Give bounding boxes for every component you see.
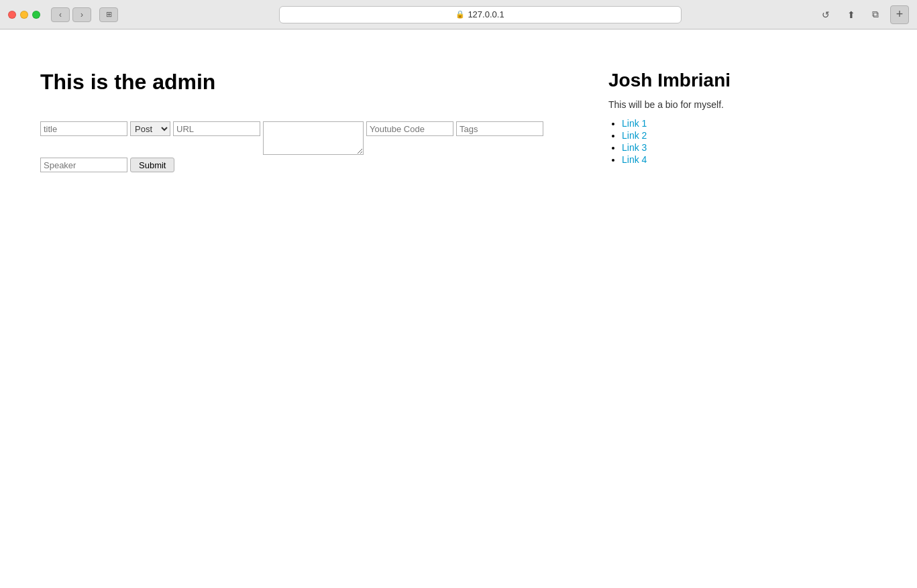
link-1[interactable]: Link 1 (622, 118, 647, 129)
links-list: Link 1 Link 2 Link 3 Link 4 (608, 118, 877, 165)
lock-icon: 🔒 (455, 10, 465, 19)
traffic-lights (8, 11, 40, 19)
youtube-input[interactable] (366, 121, 453, 136)
page-title: This is the admin (40, 70, 582, 95)
form-row-1: Post Video Link (40, 121, 582, 155)
reload-button[interactable]: ↺ (822, 9, 830, 20)
url-display: 127.0.0.1 (468, 9, 504, 19)
left-panel: This is the admin Post Video Link Submit (40, 70, 582, 172)
page-content: This is the admin Post Video Link Submit… (0, 30, 917, 199)
browser-actions: ⬆ ⧉ + (842, 5, 909, 24)
title-input[interactable] (40, 121, 127, 136)
list-item: Link 4 (622, 154, 877, 165)
share-button[interactable]: ⬆ (842, 7, 861, 22)
link-4[interactable]: Link 4 (622, 154, 647, 165)
form-row-2: Submit (40, 158, 582, 172)
right-panel: Josh Imbriani This will be a bio for mys… (608, 70, 877, 172)
address-bar[interactable]: 🔒 127.0.0.1 (279, 6, 682, 23)
back-button[interactable]: ‹ (51, 7, 70, 22)
sidebar-toggle-button[interactable]: ⊞ (99, 7, 118, 22)
address-bar-container: 🔒 127.0.0.1 ↺ (150, 6, 810, 23)
type-select[interactable]: Post Video Link (130, 121, 170, 136)
description-textarea[interactable] (263, 121, 364, 155)
link-3[interactable]: Link 3 (622, 142, 647, 153)
url-input[interactable] (173, 121, 260, 136)
speaker-input[interactable] (40, 158, 127, 172)
submit-button[interactable]: Submit (130, 158, 174, 172)
tags-input[interactable] (456, 121, 543, 136)
list-item: Link 3 (622, 142, 877, 153)
new-tab-button[interactable]: + (890, 5, 909, 24)
author-name: Josh Imbriani (608, 70, 877, 91)
list-item: Link 1 (622, 118, 877, 129)
close-button[interactable] (8, 11, 16, 19)
minimize-button[interactable] (20, 11, 28, 19)
browser-chrome: ‹ › ⊞ 🔒 127.0.0.1 ↺ ⬆ ⧉ + (0, 0, 917, 30)
forward-button[interactable]: › (72, 7, 91, 22)
tab-view-button[interactable]: ⧉ (866, 7, 885, 22)
list-item: Link 2 (622, 130, 877, 141)
maximize-button[interactable] (32, 11, 40, 19)
nav-buttons: ‹ › (51, 7, 91, 22)
bio-text: This will be a bio for myself. (608, 99, 877, 110)
link-2[interactable]: Link 2 (622, 130, 647, 141)
